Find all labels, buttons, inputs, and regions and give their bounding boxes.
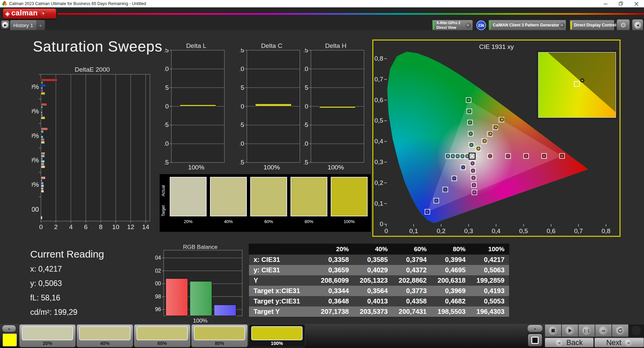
play-icon (566, 326, 574, 335)
gear-icon: ⚙ (620, 21, 626, 29)
chevron-double-left-icon: « (556, 339, 563, 346)
table-header: 60% (392, 244, 431, 255)
sweep-swatch-60% (250, 177, 287, 216)
current-reading-title: Current Reading (30, 249, 104, 260)
table-row: Target Y207,1738203,5373200,7431198,5503… (249, 306, 509, 317)
pattern-swatch-button-20%[interactable]: 20% (19, 324, 76, 347)
back-button[interactable]: « Back (545, 338, 594, 347)
svg-text:0,4: 0,4 (492, 227, 500, 234)
row-label: y: CIE31 (249, 265, 315, 275)
svg-text:0: 0 (380, 220, 383, 227)
pattern-swatch-color (79, 326, 130, 340)
settings-button[interactable]: ⚙ (616, 19, 630, 31)
restore-button[interactable] (613, 0, 629, 7)
pattern-swatch-label: 100% (249, 341, 305, 346)
table-cell: 0,4193 (470, 286, 509, 296)
pattern-swatch-button-80%[interactable]: 80% (191, 324, 248, 347)
svg-text:0,7: 0,7 (374, 76, 383, 83)
header: ◈ calman ▼ ▶ History 1 + X-Rite i1Pro 2 … (0, 7, 644, 30)
pattern-swatch-label: 20% (19, 341, 75, 346)
svg-text:10: 10 (164, 65, 169, 72)
pattern-swatch-label: 40% (77, 341, 133, 346)
stop-measure-button[interactable] (545, 324, 561, 337)
cie-zoom-inset (538, 52, 616, 118)
table-cell: 196,4303 (470, 306, 509, 317)
continuous-measure-button[interactable]: ∞ (595, 324, 612, 337)
pattern-swatch-color (137, 326, 188, 340)
cie-1931-panel: CIE 1931 xy (372, 40, 621, 237)
chevron-double-right-icon: » (625, 339, 632, 346)
pattern-swatch-button-40%[interactable]: 40% (76, 324, 133, 347)
table-cell: 0,3773 (392, 286, 431, 296)
pattern-panel-expand-button[interactable]: ▲ (2, 325, 16, 332)
table-cell: 0,3794 (392, 255, 431, 265)
calman-menu-button[interactable]: ◈ calman ▼ (3, 8, 56, 19)
table-cell: 0,3344 (315, 286, 354, 296)
svg-text:100%: 100% (32, 83, 39, 90)
table-header (249, 244, 315, 255)
actual-row-label: Actual (161, 189, 166, 196)
loop-measure-button[interactable] (612, 324, 629, 337)
stop-frame-icon (531, 337, 539, 344)
svg-text:-5: -5 (240, 121, 244, 128)
svg-text:12: 12 (127, 223, 134, 230)
reading-count-badge[interactable]: 236 (476, 20, 486, 30)
svg-text:0: 0 (305, 103, 308, 110)
svg-text:5: 5 (305, 84, 308, 91)
chevron-down-icon: ▼ (465, 22, 471, 28)
pattern-swatch-button-100%[interactable]: 100% (249, 324, 305, 347)
table-cell: 199,2859 (470, 275, 509, 286)
display-status-accent (571, 21, 572, 29)
add-tab-button[interactable]: + (36, 20, 45, 30)
svg-text:0,1: 0,1 (374, 200, 383, 207)
svg-text:0,3: 0,3 (374, 158, 383, 165)
pattern-swatch-button-60%[interactable]: 60% (134, 324, 191, 347)
delta-c-xlabel: 100% (240, 164, 304, 171)
row-label: Target Y (249, 306, 315, 317)
svg-text:0: 0 (240, 103, 244, 110)
table-header: 100% (470, 244, 509, 255)
calman-logo-text: calman (11, 9, 38, 17)
pattern-swatch-label: 80% (192, 341, 248, 346)
delta-l-chart: 151050-5-10-15 (164, 49, 228, 171)
pattern-bar: ▲ 20%40%60%80%100% ▲ [··] ∞ (0, 324, 644, 348)
workflow-play-button[interactable]: ▶ (1, 20, 9, 29)
table-cell: 0,3659 (315, 265, 354, 275)
meter-name: X-Rite i1Pro 2 (436, 21, 461, 25)
table-cell: 198,5503 (431, 306, 470, 317)
table-row: Target x:CIE310,33440,35640,37730,39690,… (249, 286, 509, 296)
minimize-button[interactable] (598, 0, 613, 7)
tab-label: History 1 (13, 22, 33, 28)
pattern-swatch-color (251, 326, 303, 340)
single-measure-button[interactable] (561, 324, 578, 337)
svg-text:15: 15 (240, 49, 244, 54)
table-header: 80% (431, 244, 470, 255)
pattern-generator-dropdown[interactable]: CalMAN Client 3 Pattern Generator ▼ (488, 20, 566, 31)
svg-text:80%: 80% (32, 108, 39, 115)
series-measure-button[interactable]: [··] (578, 324, 595, 337)
table-cell: 0,4217 (470, 255, 509, 265)
svg-text:0: 0 (384, 227, 388, 234)
display-control-dropdown[interactable]: Direct Display Control ▼ (570, 20, 614, 31)
next-button[interactable]: Next » (594, 338, 644, 347)
plus-icon: + (39, 22, 42, 28)
sweep-swatch-20% (170, 177, 207, 216)
svg-text:-5: -5 (304, 121, 308, 128)
close-button[interactable] (629, 0, 644, 7)
svg-text:14: 14 (142, 223, 150, 230)
inset-measured-marker (580, 78, 584, 82)
collapse-panel-button[interactable]: ◀ (632, 19, 643, 31)
measure-window-button[interactable] (527, 333, 543, 347)
meter-status-accent (433, 21, 434, 29)
main-content: Saturation Sweeps DeltaE 2000 0246810121… (0, 30, 644, 324)
svg-text:15: 15 (164, 49, 169, 54)
svg-text:8: 8 (99, 223, 103, 230)
pattern-swatch-color (22, 326, 73, 340)
meter-dropdown[interactable]: X-Rite i1Pro 2 Direct View ▼ (432, 20, 473, 31)
tab-history-1[interactable]: History 1 (10, 20, 36, 30)
page-title: Saturation Sweeps (33, 38, 162, 55)
row-label: Target x:CIE31 (249, 286, 315, 296)
delta-h-chart: 151050-5-10-15 (304, 49, 368, 171)
svg-text:0: 0 (39, 223, 43, 230)
meter-panel-expand-button[interactable]: ▲ (527, 325, 543, 332)
